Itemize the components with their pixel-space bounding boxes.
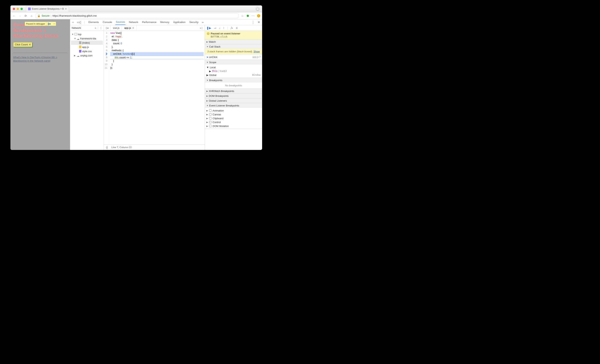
scope-this[interactable]: ▶this: Vue$3	[206, 69, 261, 73]
reload-icon[interactable]: ⟳	[24, 14, 28, 17]
step-over-icon[interactable]: ⤻	[214, 27, 216, 29]
highlight-this: this	[114, 56, 119, 59]
toggle-navigator-icon[interactable]: ▯◂	[104, 25, 111, 31]
tab-network[interactable]: Network	[129, 19, 139, 25]
tab-elements[interactable]: Elements	[88, 19, 99, 25]
editor-tab-appjs[interactable]: app.js✕	[122, 25, 137, 31]
scope-local[interactable]: ▼Local	[206, 65, 261, 69]
step-out-icon[interactable]: ↑	[223, 27, 225, 29]
extension-dots-icon[interactable]: •••	[252, 15, 255, 17]
tab-application[interactable]: Application	[173, 19, 186, 25]
tree-origin[interactable]: ▼☁framework-bla	[71, 36, 103, 41]
tab-favicon	[28, 8, 31, 10]
tab-sources[interactable]: Sources	[115, 19, 125, 25]
step-overlay-icon[interactable]: ⤻	[52, 22, 56, 26]
navigator-tabs-overflow-icon[interactable]: »	[95, 27, 96, 29]
forward-icon: →	[18, 14, 22, 17]
pause-exceptions-icon[interactable]: ⏸	[235, 27, 238, 29]
tabs-overflow-icon[interactable]: »	[202, 20, 204, 24]
deactivate-breakpoints-icon[interactable]: ⧸▸	[231, 26, 233, 29]
secure-label: Secure	[42, 14, 49, 17]
execution-line: onClick: function() {	[110, 52, 204, 56]
elb-animation-checkbox[interactable]	[209, 109, 211, 112]
no-breakpoints-label: No breakpoints	[206, 83, 261, 88]
tree-file-index[interactable]: (index)	[71, 41, 103, 45]
blackbox-notice: 3 stack frames are hidden (black-boxed).…	[205, 49, 262, 54]
tree-file-stylecss[interactable]: style.css	[71, 49, 103, 53]
address-bar[interactable]: 🔒 Secure | https://framework-blackboxing…	[36, 13, 238, 18]
elb-control-checkbox[interactable]	[209, 121, 211, 123]
resume-overlay-icon[interactable]: ❚▶	[47, 22, 52, 26]
whats-new-link[interactable]: What's New In DevTools (Chrome 66) > Bla…	[13, 56, 67, 63]
tab-security[interactable]: Security	[189, 19, 199, 25]
tab-close-icon[interactable]: ✕	[65, 8, 67, 10]
line-gutter: 1234567891011	[104, 31, 109, 145]
url-text: https://framework-blackboxing.glitch.me	[53, 14, 97, 17]
elb-dom-mutation[interactable]: ▶DOM Mutation	[206, 124, 261, 128]
elb-canvas-checkbox[interactable]	[209, 113, 211, 116]
step-into-icon[interactable]: ↓	[219, 27, 220, 29]
device-toggle-icon[interactable]: ▭▯	[77, 20, 81, 24]
info-icon: i	[207, 32, 209, 35]
resume-script-icon[interactable]: ❚▶	[206, 26, 211, 30]
section-breakpoints[interactable]: ▼Breakpoints	[205, 78, 262, 82]
devtools-menu-icon[interactable]: ⋮	[252, 20, 254, 24]
back-icon[interactable]: ←	[12, 14, 16, 17]
tab-console[interactable]: Console	[103, 19, 112, 25]
browser-tab[interactable]: Event Listener Breakpoints + B ✕	[26, 6, 69, 12]
elb-dom-mutation-checkbox[interactable]	[209, 125, 211, 127]
editor-tab-close-icon[interactable]: ✕	[132, 27, 134, 29]
scope-global[interactable]: ▶GlobalWindow	[206, 73, 261, 77]
profile-avatar-icon[interactable]: ◯	[255, 7, 260, 11]
paused-in-debugger-overlay: Paused in debugger ❚▶ ⤻	[25, 22, 56, 26]
paused-label: Paused in debugger	[25, 22, 47, 26]
elb-clipboard-checkbox[interactable]	[209, 117, 211, 119]
section-global-listeners[interactable]: ▶Global Listeners	[205, 98, 262, 103]
section-event-listener-breakpoints[interactable]: ▼Event Listener Breakpoints	[205, 103, 262, 108]
tree-file-appjs[interactable]: app.js	[71, 45, 103, 49]
pretty-print-icon[interactable]: {}	[106, 146, 108, 149]
editor-tab-vuejs[interactable]: vue.js	[111, 25, 122, 31]
section-xhr-breakpoints[interactable]: ▶XHR/fetch Breakpoints	[205, 89, 262, 93]
stack-frame[interactable]: ➤onClickapp.js:7	[206, 55, 261, 59]
tab-performance[interactable]: Performance	[142, 19, 157, 25]
section-scope[interactable]: ▼Scope	[205, 60, 262, 64]
tree-cdn[interactable]: ▶☁unpkg.com	[71, 53, 103, 58]
toggle-debugger-icon[interactable]: ▸▯	[198, 27, 205, 29]
window-traffic-lights[interactable]	[13, 8, 23, 10]
section-watch[interactable]: ▶Watch	[205, 39, 262, 44]
elb-canvas[interactable]: ▶Canvas	[206, 112, 261, 116]
rendered-page: Paused in debugger ❚▶ ⤻ Event Listener B…	[10, 19, 70, 150]
devtools-close-icon[interactable]: ✕	[258, 20, 260, 24]
click-count-button[interactable]: Click Count: 4	[13, 42, 32, 47]
elb-control[interactable]: ▶Control	[206, 120, 261, 124]
code-editor[interactable]: new Vue({ el: '#app', data: { count: 0 }…	[109, 31, 205, 145]
tab-title: Event Listener Breakpoints + B	[32, 8, 64, 10]
pause-banner: iPaused on event listener BUTTON.click	[205, 31, 262, 39]
section-callstack[interactable]: ▼Call Stack	[205, 44, 262, 49]
lock-icon: 🔒	[37, 14, 40, 17]
home-icon[interactable]: ⌂	[30, 14, 33, 17]
navigator-tab[interactable]: Network	[72, 27, 81, 29]
extension-ublock-icon[interactable]	[246, 15, 249, 17]
navigator-menu-icon[interactable]: ⋮	[98, 27, 102, 29]
tree-top[interactable]: ▼top	[71, 32, 103, 36]
tab-memory[interactable]: Memory	[160, 19, 170, 25]
extension-warning-icon[interactable]: !	[257, 14, 260, 17]
current-frame-arrow-icon: ➤	[206, 56, 209, 59]
section-dom-breakpoints[interactable]: ▶DOM Breakpoints	[205, 93, 262, 98]
inspect-element-icon[interactable]: ⟐	[72, 20, 74, 24]
star-icon[interactable]: ☆	[241, 14, 244, 17]
elb-animation[interactable]: ▶Animation	[206, 109, 261, 112]
blackbox-show-link[interactable]: Show	[253, 50, 260, 53]
elb-clipboard[interactable]: ▶Clipboard	[206, 116, 261, 120]
cursor-position: Line 7, Column 22	[111, 146, 132, 149]
